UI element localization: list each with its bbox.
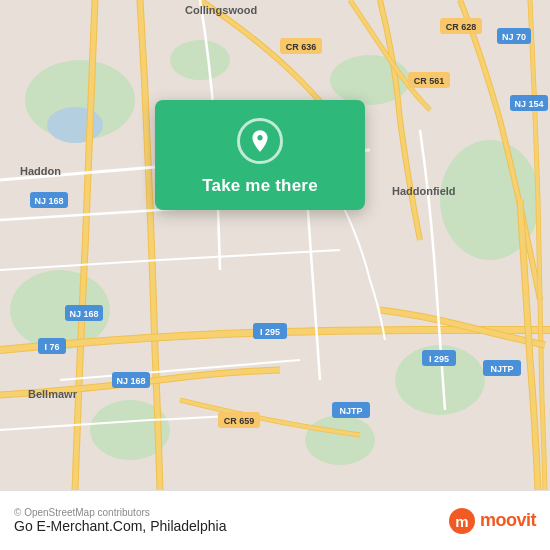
moovit-m-icon: m <box>448 507 476 535</box>
svg-text:NJ 168: NJ 168 <box>116 376 145 386</box>
svg-text:m: m <box>455 513 468 530</box>
bottom-left-info: © OpenStreetMap contributors Go E-Mercha… <box>14 507 226 534</box>
location-pin-icon <box>247 128 273 154</box>
osm-attribution: © OpenStreetMap contributors <box>14 507 226 518</box>
svg-text:NJ 70: NJ 70 <box>502 32 526 42</box>
bottom-bar: © OpenStreetMap contributors Go E-Mercha… <box>0 490 550 550</box>
destination-label: Go E-Merchant.Com, Philadelphia <box>14 518 226 534</box>
svg-text:Haddonfield: Haddonfield <box>392 185 456 197</box>
svg-point-9 <box>47 107 103 143</box>
moovit-logo: m moovit <box>448 507 536 535</box>
svg-text:CR 636: CR 636 <box>286 42 317 52</box>
moovit-brand-text: moovit <box>480 510 536 531</box>
svg-text:NJ 154: NJ 154 <box>514 99 543 109</box>
svg-text:Bellmawr: Bellmawr <box>28 388 78 400</box>
map-svg: Collingswood Haddon Haddonfield Bellmawr… <box>0 0 550 490</box>
svg-text:CR 628: CR 628 <box>446 22 477 32</box>
take-me-there-button[interactable]: Take me there <box>202 176 318 196</box>
destination-name: Go E-Merchant.Com, <box>14 518 146 534</box>
svg-text:CR 659: CR 659 <box>224 416 255 426</box>
svg-point-2 <box>170 40 230 80</box>
destination-city: Philadelphia <box>150 518 226 534</box>
svg-text:I 295: I 295 <box>429 354 449 364</box>
action-card[interactable]: Take me there <box>155 100 365 210</box>
svg-text:Collingswood: Collingswood <box>185 4 257 16</box>
svg-point-8 <box>305 415 375 465</box>
svg-text:NJ 168: NJ 168 <box>69 309 98 319</box>
location-icon-wrapper <box>237 118 283 164</box>
map-container: Collingswood Haddon Haddonfield Bellmawr… <box>0 0 550 490</box>
svg-text:NJTP: NJTP <box>490 364 513 374</box>
svg-text:NJTP: NJTP <box>339 406 362 416</box>
svg-text:Haddon: Haddon <box>20 165 61 177</box>
svg-text:I 295: I 295 <box>260 327 280 337</box>
svg-text:NJ 168: NJ 168 <box>34 196 63 206</box>
svg-text:CR 561: CR 561 <box>414 76 445 86</box>
svg-text:I 76: I 76 <box>44 342 59 352</box>
